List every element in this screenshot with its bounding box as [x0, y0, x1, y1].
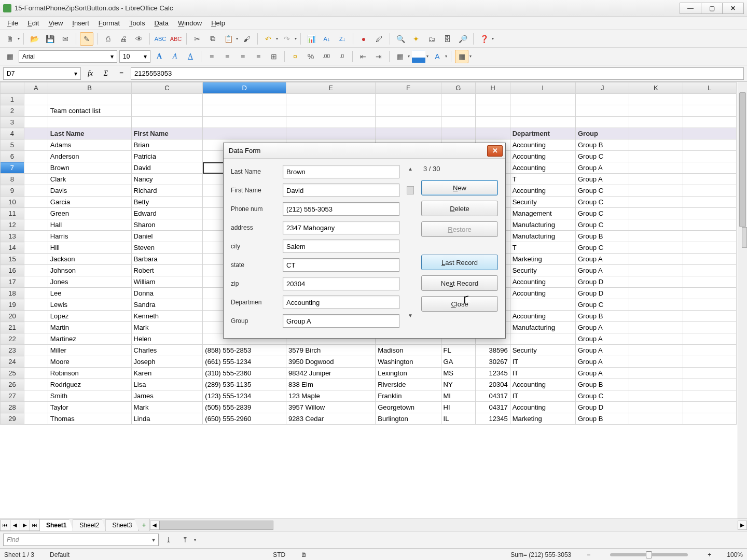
col-header-L[interactable]: L — [683, 82, 736, 94]
row-header[interactable]: 19 — [1, 299, 24, 311]
cell[interactable]: Accounting — [510, 151, 575, 162]
cell[interactable]: Charles — [131, 345, 203, 356]
styles-icon[interactable]: ▦ — [3, 50, 17, 63]
cell[interactable]: IT — [510, 356, 575, 368]
cell[interactable]: Adams — [48, 139, 131, 151]
cell[interactable]: Mark — [131, 322, 203, 333]
cell[interactable]: 04317 — [476, 390, 510, 402]
maximize-button[interactable]: ▢ — [701, 3, 723, 14]
bold-icon[interactable]: A — [153, 50, 166, 63]
sum-icon[interactable]: Σ — [100, 67, 112, 80]
cell[interactable]: T — [510, 242, 575, 254]
cell[interactable]: Madison — [376, 345, 441, 356]
menu-window[interactable]: Window — [174, 18, 206, 29]
grid-icon[interactable]: ▦ — [455, 50, 468, 63]
tab-last-icon[interactable]: ⏭ — [30, 520, 40, 531]
cell[interactable]: MS — [441, 368, 476, 379]
star-icon[interactable]: ✦ — [409, 32, 423, 46]
cell[interactable]: Washington — [376, 356, 441, 368]
field-input-2[interactable] — [283, 202, 399, 216]
row-header[interactable]: 11 — [1, 208, 24, 219]
col-header-K[interactable]: K — [629, 82, 683, 94]
row-header[interactable]: 22 — [1, 333, 24, 345]
cell[interactable]: Harris — [48, 231, 131, 242]
row-header[interactable]: 10 — [1, 197, 24, 208]
zoom-value[interactable]: 100% — [727, 551, 743, 558]
cell[interactable]: 12345 — [476, 413, 510, 425]
field-input-5[interactable] — [283, 258, 399, 272]
save-icon[interactable]: 💾 — [43, 32, 57, 46]
chart-icon[interactable]: 📊 — [305, 32, 318, 46]
menu-format[interactable]: Format — [94, 18, 124, 29]
find-input[interactable]: Find▾ — [3, 534, 159, 546]
cell[interactable]: Linda — [131, 413, 203, 425]
add-sheet-button[interactable]: + — [138, 519, 149, 531]
cell[interactable]: Johnson — [48, 265, 131, 276]
cell[interactable]: T — [510, 174, 575, 185]
cell[interactable]: Group C — [575, 197, 629, 208]
sheet-tab-sheet1[interactable]: Sheet1 — [39, 519, 73, 531]
cell[interactable]: Group A — [575, 174, 629, 185]
last-record-button[interactable]: Last Record — [421, 255, 498, 270]
cell[interactable]: Taylor — [48, 402, 131, 413]
cell[interactable]: Moore — [48, 356, 131, 368]
currency-icon[interactable]: ¤ — [288, 50, 302, 63]
toolbar-overflow-icon[interactable]: ▾ — [492, 36, 494, 41]
data-sources-icon[interactable]: 🗄 — [440, 32, 454, 46]
font-color-icon[interactable]: A — [431, 50, 444, 63]
zoom-icon[interactable]: 🔎 — [456, 32, 469, 46]
percent-icon[interactable]: % — [304, 50, 317, 63]
row-header[interactable]: 29 — [1, 413, 24, 425]
cell[interactable]: Group C — [575, 299, 629, 311]
cell[interactable]: Group A — [575, 254, 629, 265]
cell[interactable]: Marketing — [510, 254, 575, 265]
align-left-icon[interactable]: ≡ — [205, 50, 218, 63]
vertical-scrollbar[interactable] — [738, 82, 747, 519]
cell[interactable]: Anderson — [48, 151, 131, 162]
cell[interactable]: William — [131, 276, 203, 288]
row-header[interactable]: 21 — [1, 322, 24, 333]
cell[interactable]: Security — [510, 265, 575, 276]
menu-help[interactable]: Help — [207, 18, 229, 29]
cell[interactable]: Accounting — [510, 162, 575, 174]
cell[interactable]: Jackson — [48, 254, 131, 265]
col-header-I[interactable]: I — [510, 82, 575, 94]
cell[interactable]: Group B — [575, 379, 629, 390]
cell[interactable]: Group B — [575, 139, 629, 151]
cut-icon[interactable]: ✂ — [190, 32, 204, 46]
cell[interactable]: 20304 — [476, 379, 510, 390]
cell[interactable]: HI — [441, 402, 476, 413]
field-input-1[interactable] — [283, 184, 399, 197]
cell[interactable]: 04317 — [476, 402, 510, 413]
row-header[interactable]: 5 — [1, 139, 24, 151]
paste-icon[interactable]: 📋 — [222, 32, 235, 46]
copy-icon[interactable]: ⧉ — [206, 32, 219, 46]
cell[interactable]: Group C — [575, 185, 629, 197]
sheet-tab-sheet2[interactable]: Sheet2 — [73, 519, 106, 531]
menu-data[interactable]: Data — [150, 18, 172, 29]
col-header-B[interactable]: B — [48, 82, 131, 94]
cell[interactable]: Lexington — [376, 368, 441, 379]
cell[interactable]: Group B — [575, 311, 629, 322]
merge-icon[interactable]: ⊞ — [267, 50, 281, 63]
cell[interactable]: Group D — [575, 288, 629, 299]
cell[interactable]: Miller — [48, 345, 131, 356]
cell[interactable]: Jones — [48, 276, 131, 288]
status-sum[interactable]: Sum= (212) 555-3053 — [510, 551, 571, 558]
split-handle[interactable] — [742, 227, 747, 248]
cell[interactable]: 3957 Willow — [286, 402, 376, 413]
find-prev-icon[interactable]: ⤒ — [178, 533, 192, 547]
autospell-icon[interactable]: ABC — [169, 32, 183, 46]
formula-input[interactable]: 2125553053 — [131, 67, 744, 80]
field-input-6[interactable] — [283, 277, 399, 290]
decrease-indent-icon[interactable]: ⇤ — [356, 50, 370, 63]
cell[interactable]: Accounting — [510, 185, 575, 197]
row-header[interactable]: 17 — [1, 276, 24, 288]
record-icon[interactable]: ● — [357, 32, 370, 46]
cell[interactable]: Group A — [575, 322, 629, 333]
cell[interactable]: 9283 Cedar — [286, 413, 376, 425]
cell[interactable]: Group A — [575, 356, 629, 368]
cell[interactable]: Betty — [131, 197, 203, 208]
row-header[interactable]: 28 — [1, 402, 24, 413]
menu-edit[interactable]: Edit — [23, 18, 43, 29]
